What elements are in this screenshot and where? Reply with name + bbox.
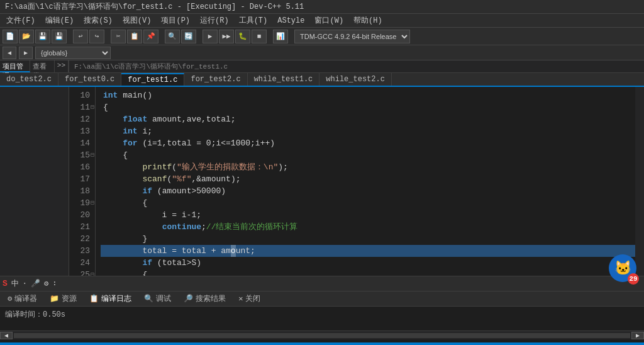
compiler-icon: ⚙ xyxy=(8,294,12,303)
scroll-right[interactable]: ▶ xyxy=(631,332,644,339)
title-text: F:\aa面\1\c语言学习\循环语句\for_test1.c - [Execu… xyxy=(5,1,304,12)
compiler-select[interactable]: TDM-GCC 4.9.2 64-bit Release xyxy=(294,30,410,43)
code-line-13: int i; xyxy=(101,125,635,137)
toolbar2-right[interactable]: ▶ xyxy=(19,47,33,59)
code-line-19: { xyxy=(101,197,635,209)
bottom-tab-debug[interactable]: 🔍 调试 xyxy=(139,292,176,305)
ime-mic[interactable]: 🎤 xyxy=(31,279,40,288)
toolbar-stop[interactable]: ■ xyxy=(252,30,267,43)
ime-logo: S xyxy=(3,279,8,288)
log-icon: 📋 xyxy=(89,294,99,303)
line-num-25[interactable]: 25 xyxy=(69,269,95,276)
ime-settings[interactable]: ⚙ xyxy=(44,279,48,288)
toolbar-save[interactable]: 💾 xyxy=(35,30,50,43)
line-num-12: 12 xyxy=(69,113,95,125)
debug-label: 调试 xyxy=(156,293,171,304)
code-line-14: for (i=1,total = 0;i<=1000;i++) xyxy=(101,137,635,149)
toolbar-cut[interactable]: ✂ xyxy=(111,30,126,43)
toolbar-debug[interactable]: 🐛 xyxy=(235,30,250,43)
toolbar-paste[interactable]: 📌 xyxy=(143,30,158,43)
sidebar-tab-project[interactable]: 项目管理 xyxy=(0,60,30,72)
bottom-tab-resource[interactable]: 📁 资源 xyxy=(45,292,82,305)
log-label: 编译日志 xyxy=(101,293,131,304)
bottom-content: 编译时间：0.50s xyxy=(0,307,644,331)
toolbar-run[interactable]: ▶▶ xyxy=(219,30,234,43)
code-line-21: continue;//结束当前次的循环计算 xyxy=(101,221,635,233)
menu-search[interactable]: 搜索(S) xyxy=(80,14,116,27)
toolbar-saveall[interactable]: 💾 xyxy=(52,30,67,43)
ime-dot: · xyxy=(23,280,27,288)
editor-container: 10 11 12 13 14 15 16 17 18 19 20 21 22 2… xyxy=(0,87,644,276)
scroll-left[interactable]: ◀ xyxy=(0,332,13,339)
line-num-14: 14 xyxy=(69,137,95,149)
bottom-tab-close[interactable]: ✕ 关闭 xyxy=(233,292,265,305)
line-num-11[interactable]: 11 xyxy=(69,101,95,113)
code-line-24: if (total>S) xyxy=(101,257,635,269)
toolbar-copy[interactable]: 📋 xyxy=(127,30,142,43)
line-num-19[interactable]: 19 xyxy=(69,197,95,209)
cat-badge: 29 xyxy=(628,273,639,285)
line-num-24: 24 xyxy=(69,257,95,269)
line-num-13: 13 xyxy=(69,125,95,137)
bottom-panel: ⚙ 编译器 📁 资源 📋 编译日志 🔍 调试 🔎 搜索结果 ✕ 关闭 xyxy=(0,291,644,342)
bottom-tabs: ⚙ 编译器 📁 资源 📋 编译日志 🔍 调试 🔎 搜索结果 ✕ 关闭 xyxy=(0,291,644,307)
code-line-10: int main() xyxy=(101,89,635,101)
code-line-22: } xyxy=(101,233,635,245)
menu-astyle[interactable]: AStyle xyxy=(274,15,308,26)
menu-window[interactable]: 窗口(W) xyxy=(311,14,347,27)
ime-cn[interactable]: 中 xyxy=(11,278,19,289)
tab-do-test2[interactable]: do_test2.c xyxy=(0,73,58,86)
line-num-15[interactable]: 15 xyxy=(69,149,95,161)
toolbar-find[interactable]: 🔍 xyxy=(165,30,180,43)
compiler-label: 编译器 xyxy=(14,293,37,304)
sidebar-tab-more[interactable]: >> xyxy=(55,60,69,72)
toolbar-replace[interactable]: 🔄 xyxy=(181,30,196,43)
code-line-11: { xyxy=(101,101,635,113)
code-line-20: i = i-1; xyxy=(101,209,635,221)
menu-edit[interactable]: 编辑(E) xyxy=(42,14,78,27)
line-num-21: 21 xyxy=(69,221,95,233)
menu-bar: 文件(F) 编辑(E) 搜索(S) 视图(V) 项目(P) 运行(R) 工具(T… xyxy=(0,14,644,28)
toolbar-open[interactable]: 📂 xyxy=(19,30,34,43)
tab-for-test0[interactable]: for_test0.c xyxy=(58,73,121,86)
globals-select[interactable]: {globals} xyxy=(35,47,111,59)
bottom-tab-search[interactable]: 🔎 搜索结果 xyxy=(179,292,231,305)
code-area[interactable]: int main() { float amount,ave,total; int… xyxy=(96,87,635,276)
toolbar-new[interactable]: 📄 xyxy=(3,30,18,43)
menu-help[interactable]: 帮助(H) xyxy=(350,14,386,27)
search-icon: 🔎 xyxy=(184,294,193,303)
toolbar-redo[interactable]: ↪ xyxy=(89,30,104,43)
bottom-tab-compiler[interactable]: ⚙ 编译器 xyxy=(3,292,42,305)
menu-tools[interactable]: 工具(T) xyxy=(235,14,272,27)
line-num-23: 23 xyxy=(69,245,95,257)
toolbar-undo[interactable]: ↩ xyxy=(73,30,88,43)
line-numbers: 10 11 12 13 14 15 16 17 18 19 20 21 22 2… xyxy=(69,87,96,276)
menu-run[interactable]: 运行(R) xyxy=(196,14,233,27)
line-num-20: 20 xyxy=(69,209,95,221)
toolbar-chart[interactable]: 📊 xyxy=(273,30,288,43)
menu-project[interactable]: 项目(P) xyxy=(157,14,194,27)
menu-file[interactable]: 文件(F) xyxy=(3,14,39,27)
sidebar-tab-class[interactable]: 查看类 xyxy=(30,60,54,72)
tab-for-test1[interactable]: for_test1.c xyxy=(121,73,184,86)
scrollbar[interactable] xyxy=(635,87,644,276)
search-label: 搜索结果 xyxy=(196,293,226,304)
line-num-10: 10 xyxy=(69,89,95,101)
bottom-tab-log[interactable]: 📋 编译日志 xyxy=(84,292,136,305)
close-label: 关闭 xyxy=(245,293,260,304)
ime-more[interactable]: ∶ xyxy=(52,279,57,288)
resource-icon: 📁 xyxy=(50,294,59,303)
code-line-15: { xyxy=(101,149,635,161)
toolbar: 📄 📂 💾 💾 ↩ ↪ ✂ 📋 📌 🔍 🔄 ▶ ▶▶ 🐛 ■ 📊 TDM-GCC… xyxy=(0,28,644,45)
tab-for-test2[interactable]: for_test2.c xyxy=(184,73,247,86)
toolbar-compile[interactable]: ▶ xyxy=(203,30,218,43)
menu-view[interactable]: 视图(V) xyxy=(119,14,155,27)
tab-while-test1[interactable]: while_test1.c xyxy=(248,73,320,86)
breadcrumb-text: F:\aa面\1\c语言学习\循环语句\for_test1.c xyxy=(74,62,228,71)
toolbar2: ◀ ▶ {globals} xyxy=(0,45,644,60)
breadcrumb: F:\aa面\1\c语言学习\循环语句\for_test1.c xyxy=(69,60,644,73)
toolbar2-left[interactable]: ◀ xyxy=(3,47,16,59)
code-line-25: { xyxy=(101,269,635,276)
tab-while-test2[interactable]: while_test2.c xyxy=(319,73,392,86)
horizontal-scrollbar[interactable] xyxy=(14,333,630,338)
